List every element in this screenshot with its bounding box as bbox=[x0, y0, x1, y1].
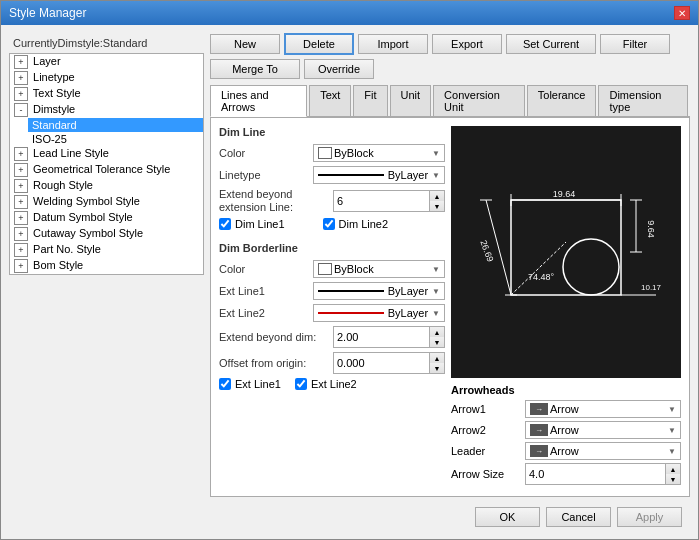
tab-text[interactable]: Text bbox=[309, 85, 351, 116]
current-style-label: CurrentlyDimstyle:Standard bbox=[9, 33, 204, 53]
dim-line-checkboxes-row: Dim Line1 Dim Line2 bbox=[219, 218, 445, 230]
dim-line2-checkbox[interactable] bbox=[323, 218, 335, 230]
arrow2-select[interactable]: → Arrow ▼ bbox=[525, 421, 681, 439]
cancel-button[interactable]: Cancel bbox=[546, 507, 611, 527]
tab-unit[interactable]: Unit bbox=[390, 85, 432, 116]
tab-fit[interactable]: Fit bbox=[353, 85, 387, 116]
tab-dimension-type[interactable]: Dimension type bbox=[598, 85, 688, 116]
tree-item-geomtol[interactable]: + Geometrical Tolerance Style bbox=[10, 162, 203, 178]
ext-line1-cb-label[interactable]: Ext Line1 bbox=[219, 378, 281, 390]
expand-icon-cutaway[interactable]: + bbox=[14, 227, 28, 241]
dim-line1-checkbox-label[interactable]: Dim Line1 bbox=[219, 218, 285, 230]
tree-label-layer: Layer bbox=[33, 55, 61, 67]
delete-button[interactable]: Delete bbox=[284, 33, 354, 55]
dim-line-extend-spin: ▲ ▼ bbox=[430, 190, 445, 212]
leader-select[interactable]: → Arrow ▼ bbox=[525, 442, 681, 460]
expand-icon-datum[interactable]: + bbox=[14, 211, 28, 225]
tree-item-dimstyle[interactable]: - Dimstyle bbox=[10, 102, 203, 118]
extend-beyond-spin: ▲ ▼ bbox=[430, 326, 445, 348]
tree-item-bom[interactable]: + Bom Style bbox=[10, 258, 203, 274]
tab-tolerance[interactable]: Tolerance bbox=[527, 85, 597, 116]
tree-label-datum: Datum Symbol Style bbox=[33, 211, 133, 223]
expand-icon-partno[interactable]: + bbox=[14, 243, 28, 257]
ext-line2-cb-label[interactable]: Ext Line2 bbox=[295, 378, 357, 390]
dim-line-extend-down[interactable]: ▼ bbox=[430, 201, 444, 211]
dim-line-color-btn[interactable]: ByBlock ▼ bbox=[313, 144, 445, 162]
dim-line-color-arrow: ▼ bbox=[432, 149, 440, 158]
expand-icon-dimstyle[interactable]: - bbox=[14, 103, 28, 117]
tree-item-standard[interactable]: Standard bbox=[28, 118, 203, 132]
tree-item-welding[interactable]: + Welding Symbol Style bbox=[10, 194, 203, 210]
close-button[interactable]: ✕ bbox=[674, 6, 690, 20]
import-button[interactable]: Import bbox=[358, 34, 428, 54]
apply-button[interactable]: Apply bbox=[617, 507, 682, 527]
ext-line2-btn[interactable]: ByLayer ▼ bbox=[313, 304, 445, 322]
arrow1-row: Arrow1 → Arrow ▼ bbox=[451, 400, 681, 418]
filter-button[interactable]: Filter bbox=[600, 34, 670, 54]
set-current-button[interactable]: Set Current bbox=[506, 34, 596, 54]
dim-line-extend-input[interactable] bbox=[333, 190, 430, 212]
new-button[interactable]: New bbox=[210, 34, 280, 54]
leader-value: Arrow bbox=[550, 445, 579, 457]
extend-beyond-down[interactable]: ▼ bbox=[430, 337, 444, 347]
tab-conversion-unit[interactable]: Conversion Unit bbox=[433, 85, 525, 116]
ext-line1-arrow: ▼ bbox=[432, 287, 440, 296]
ext-line2-cb[interactable] bbox=[295, 378, 307, 390]
merge-to-button[interactable]: Merge To bbox=[210, 59, 300, 79]
tree-item-leadline[interactable]: + Lead Line Style bbox=[10, 146, 203, 162]
expand-icon-linetype[interactable]: + bbox=[14, 71, 28, 85]
arrow1-value: Arrow bbox=[550, 403, 579, 415]
tree-item-partno[interactable]: + Part No. Style bbox=[10, 242, 203, 258]
tree-label-leadline: Lead Line Style bbox=[33, 147, 109, 159]
offset-down[interactable]: ▼ bbox=[430, 363, 444, 373]
tree-item-layer[interactable]: + Layer bbox=[10, 54, 203, 70]
ext-line1-btn[interactable]: ByLayer ▼ bbox=[313, 282, 445, 300]
extend-beyond-label: Extend beyond dim: bbox=[219, 331, 329, 344]
toolbar: New Delete Import Export Set Current Fil… bbox=[210, 33, 690, 79]
arrow-size-label: Arrow Size bbox=[451, 468, 521, 480]
borderline-color-btn[interactable]: ByBlock ▼ bbox=[313, 260, 445, 278]
dim-line-linetype-btn[interactable]: ByLayer ▼ bbox=[313, 166, 445, 184]
expand-icon-welding[interactable]: + bbox=[14, 195, 28, 209]
dim-borderline-title: Dim Borderline bbox=[219, 242, 445, 254]
dim-line2-checkbox-label[interactable]: Dim Line2 bbox=[323, 218, 389, 230]
ext-line1-cb[interactable] bbox=[219, 378, 231, 390]
arrow1-dropdown-icon: ▼ bbox=[668, 405, 676, 414]
dim-line-extend-up[interactable]: ▲ bbox=[430, 191, 444, 201]
expand-icon-leadline[interactable]: + bbox=[14, 147, 28, 161]
extend-beyond-up[interactable]: ▲ bbox=[430, 327, 444, 337]
dim-line1-checkbox[interactable] bbox=[219, 218, 231, 230]
offset-up[interactable]: ▲ bbox=[430, 353, 444, 363]
ok-button[interactable]: OK bbox=[475, 507, 540, 527]
export-button[interactable]: Export bbox=[432, 34, 502, 54]
dim-line-linetype-row: Linetype ByLayer ▼ bbox=[219, 166, 445, 184]
tree-item-linetype[interactable]: + Linetype bbox=[10, 70, 203, 86]
ext-line2-cb-text: Ext Line2 bbox=[311, 378, 357, 390]
arrow1-icon: → bbox=[530, 403, 548, 415]
svg-text:74.48°: 74.48° bbox=[528, 272, 555, 282]
tree-panel: + Layer + Linetype + Text Style - Dimsty… bbox=[9, 53, 204, 275]
arrow2-label: Arrow2 bbox=[451, 424, 521, 436]
tab-lines-arrows[interactable]: Lines and Arrows bbox=[210, 85, 307, 117]
borderline-color-value: ByBlock bbox=[334, 263, 374, 275]
tree-item-cutaway[interactable]: + Cutaway Symbol Style bbox=[10, 226, 203, 242]
expand-icon-geomtol[interactable]: + bbox=[14, 163, 28, 177]
override-button[interactable]: Override bbox=[304, 59, 374, 79]
expand-icon-textstyle[interactable]: + bbox=[14, 87, 28, 101]
window-title: Style Manager bbox=[9, 6, 86, 20]
tree-item-rough[interactable]: + Rough Style bbox=[10, 178, 203, 194]
arrow-size-down[interactable]: ▼ bbox=[666, 474, 680, 484]
arrow1-select[interactable]: → Arrow ▼ bbox=[525, 400, 681, 418]
tree-label-dimstyle: Dimstyle bbox=[33, 103, 75, 115]
tree-item-iso25[interactable]: ISO-25 bbox=[28, 132, 203, 146]
arrow-size-input[interactable] bbox=[525, 463, 666, 485]
expand-icon-layer[interactable]: + bbox=[14, 55, 28, 69]
extend-beyond-input[interactable] bbox=[333, 326, 430, 348]
expand-icon-bom[interactable]: + bbox=[14, 259, 28, 273]
tree-item-datum[interactable]: + Datum Symbol Style bbox=[10, 210, 203, 226]
offset-input[interactable] bbox=[333, 352, 430, 374]
arrow-size-up[interactable]: ▲ bbox=[666, 464, 680, 474]
expand-icon-rough[interactable]: + bbox=[14, 179, 28, 193]
tree-item-textstyle[interactable]: + Text Style bbox=[10, 86, 203, 102]
preview-area: 19.64 9.64 bbox=[451, 126, 681, 378]
